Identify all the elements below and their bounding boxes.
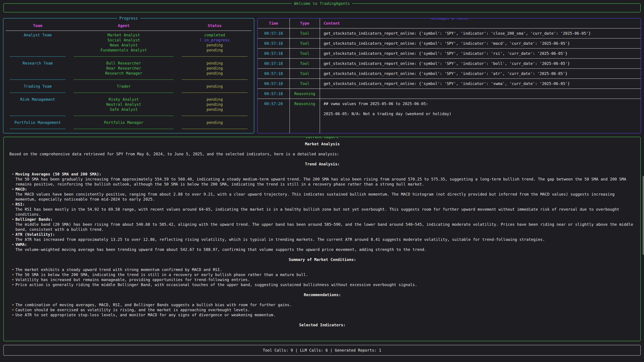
team-name — [6, 37, 70, 42]
bullet-body: The ATR has increased from approximately… — [16, 237, 635, 242]
status-column-rule — [182, 79, 248, 80]
agent-column-rule — [74, 79, 174, 80]
bullet-body: Volatility has increased but remains man… — [16, 277, 635, 282]
bullet-icon: • — [12, 282, 16, 287]
trend-heading: Trend Analysis: — [10, 162, 635, 167]
bullet-body: Caution should be exercised as volatilit… — [16, 307, 635, 312]
bullet-icon: • — [12, 202, 16, 217]
report-panel: Current Report Market Analysis Based on … — [3, 137, 641, 341]
team-name: Analyst Team — [6, 32, 70, 37]
status-column-rule — [182, 129, 248, 129]
bullet-icon: • — [12, 312, 16, 318]
column-header-type: Type — [290, 18, 320, 28]
bullet-body: The combination of moving averages, MACD… — [16, 302, 635, 307]
bullet-heading: ATR (Volatility): — [16, 232, 635, 237]
team-name — [6, 71, 70, 76]
agent-name: Fundamentals Analyst — [70, 48, 178, 53]
progress-row: Research Managerpending — [6, 71, 252, 76]
agent-name: Portfolio Manager — [70, 120, 178, 125]
group-separator — [6, 54, 252, 59]
progress-row: Portfolio ManagementPortfolio Managerpen… — [6, 120, 252, 125]
team-column-rule — [10, 92, 66, 93]
selected-indicators-heading: Selected Indicators: — [10, 323, 635, 328]
bullet-text: Price action is generally riding the mid… — [16, 282, 635, 287]
column-header-agent: Agent — [70, 23, 178, 28]
list-item: •Price action is generally riding the mi… — [10, 282, 635, 287]
bullet-text: The combination of moving averages, MACD… — [16, 302, 635, 307]
messages-panel-title: Messages & Tools — [428, 18, 470, 21]
bullet-text: Use ATR to set appropriate stop-loss lev… — [16, 312, 635, 318]
message-row: 00:57:18Toolget_stockstats_indicators_re… — [258, 38, 641, 48]
message-type: Reasoning — [290, 99, 320, 133]
message-content: get_stockstats_indicators_report_online:… — [320, 59, 641, 68]
status-badge: pending — [178, 48, 252, 53]
team-name: Risk Management — [6, 97, 70, 102]
progress-row: Research TeamBull Researcherpending — [6, 61, 252, 66]
report-panel-title: Current Report — [304, 137, 340, 139]
list-item: •Volatility has increased but remains ma… — [10, 277, 635, 282]
message-content: get_stockstats_indicators_report_online:… — [320, 69, 641, 78]
team-name: Portfolio Management — [6, 120, 70, 125]
message-time: 00:57:20 — [258, 99, 290, 133]
status-badge: pending — [178, 61, 252, 66]
message-time: 00:57:18 — [258, 59, 290, 68]
messages-panel: Messages & Tools Time Type Content 00:57… — [257, 18, 641, 133]
bullet-body: Use ATR to set appropriate stop-loss lev… — [16, 312, 635, 318]
message-row: 00:57:18Toolget_stockstats_indicators_re… — [258, 78, 641, 88]
stats-bar: Tool Calls: 9 | LLM Calls: 6 | Generated… — [3, 345, 641, 356]
agent-name: News Analyst — [70, 42, 178, 48]
list-item: •Moving Averages (50 SMA and 200 SMA):Th… — [10, 172, 635, 187]
report-heading: Market Analysis — [10, 141, 635, 146]
group-separator — [6, 90, 252, 95]
status-badge: pending — [178, 102, 252, 107]
agent-name: Bull Researcher — [70, 61, 178, 66]
terminal-screen: Welcome to TradingAgents Progress Team A… — [0, 0, 644, 362]
list-item: •The 50 SMA is below the 200 SMA, indica… — [10, 272, 635, 277]
progress-panel-title: Progress — [117, 16, 140, 21]
bullet-heading: RSI: — [16, 202, 635, 207]
bullet-icon: • — [12, 242, 16, 252]
status-column-rule — [182, 116, 248, 116]
message-type: Tool — [290, 79, 320, 88]
agent-name: Neutral Analyst — [70, 102, 178, 107]
status-badge: pending — [178, 120, 252, 125]
messages-table: Time Type Content 00:57:18Toolget_stocks… — [258, 18, 641, 133]
team-column-rule — [10, 56, 66, 57]
list-item: •MACD:The MACD values have been consiste… — [10, 187, 635, 202]
progress-row: Safe Analystpending — [6, 107, 252, 112]
progress-row: Risk ManagementRisky Analystpending — [6, 97, 252, 102]
message-row: 00:57:18Toolget_stockstats_indicators_re… — [258, 28, 641, 38]
status-badge: ⠇in_progress — [178, 37, 252, 42]
welcome-panel: Welcome to TradingAgents — [3, 3, 641, 12]
bullet-heading: Bollinger Bands: — [16, 217, 635, 222]
bullet-text: The market exhibits a steady upward tren… — [16, 267, 635, 272]
bullet-text: Bollinger Bands:The middle band (20 SMA)… — [16, 217, 635, 232]
group-separator — [6, 77, 252, 82]
message-content: get_stockstats_indicators_report_online:… — [320, 38, 641, 48]
spinner-icon: ⠇ — [200, 38, 202, 42]
top-panels-row: Progress Team Agent Status Analyst TeamM… — [3, 18, 641, 133]
welcome-title: Welcome to TradingAgents — [292, 1, 352, 6]
message-type: Tool — [290, 38, 320, 48]
list-item: •Bollinger Bands:The middle band (20 SMA… — [10, 217, 635, 232]
report-body: Market Analysis Based on the comprehensi… — [10, 141, 635, 328]
team-group: Analyst TeamMarket AnalystcompletedSocia… — [6, 31, 252, 53]
team-group: Risk ManagementRisky AnalystpendingNeutr… — [6, 95, 252, 112]
team-column-rule — [10, 116, 66, 116]
bullet-text: Volatility has increased but remains man… — [16, 277, 635, 282]
scrollbar-thumb[interactable] — [643, 176, 644, 255]
team-name — [6, 102, 70, 107]
message-time: 00:57:18 — [258, 69, 290, 78]
bullet-body: The middle band (20 SMA) has been rising… — [16, 222, 635, 232]
bullet-body: The 50 SMA has been gradually increasing… — [16, 177, 635, 187]
status-badge: pending — [178, 107, 252, 112]
progress-row: Fundamentals Analystpending — [6, 48, 252, 53]
team-group: Portfolio ManagementPortfolio Managerpen… — [6, 118, 252, 125]
bullet-icon: • — [12, 172, 16, 187]
bullet-icon: • — [12, 272, 16, 277]
status-column-rule — [182, 56, 248, 57]
status-badge: pending — [178, 66, 252, 71]
agent-name: Trader — [70, 84, 178, 89]
recommendations-bullet-list: •The combination of moving averages, MAC… — [10, 302, 635, 318]
report-intro: Based on the comprehensive data retrieve… — [10, 151, 635, 157]
